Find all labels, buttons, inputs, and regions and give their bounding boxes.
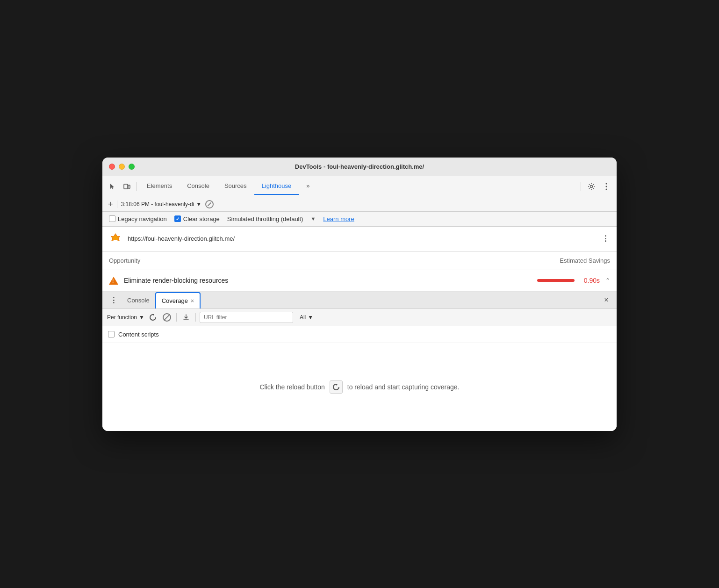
lighthouse-url-text: https://foul-heavenly-direction.glitch.m… xyxy=(128,235,596,242)
tab-elements[interactable]: Elements xyxy=(139,178,180,195)
cursor-icon[interactable] xyxy=(106,180,119,193)
window-title: DevTools - foul-heavenly-direction.glitc… xyxy=(295,163,424,170)
svg-rect-1 xyxy=(128,185,130,188)
toolbar-divider-2 xyxy=(581,182,581,191)
legacy-nav-group: Legacy navigation xyxy=(109,215,167,222)
tab-toolbar: Elements Console Sources Lighthouse » xyxy=(102,176,617,197)
settings-icon[interactable] xyxy=(585,180,598,193)
drawer-tabs: ⋮ Console Coverage × × xyxy=(102,292,617,309)
content-scripts-checkbox[interactable] xyxy=(108,331,115,337)
drawer-tab-console[interactable]: Console xyxy=(122,292,155,308)
clear-coverage-button[interactable] xyxy=(161,312,173,323)
lighthouse-logo-icon xyxy=(109,232,122,245)
all-dropdown-arrow: ▼ xyxy=(308,314,313,321)
coverage-toolbar: Per function ▼ All ▼ xyxy=(102,309,617,326)
no-entry-icon[interactable] xyxy=(205,200,214,208)
content-scripts-label: Content scripts xyxy=(118,331,159,338)
clear-storage-group: Clear storage xyxy=(174,215,220,222)
coverage-content: Content scripts Click the reload button … xyxy=(102,326,617,431)
throttling-label: Simulated throttling (default) xyxy=(227,215,303,222)
time-text: 3:18:06 PM - foul-heavenly-di xyxy=(121,201,194,208)
legacy-nav-label: Legacy navigation xyxy=(118,215,167,222)
clear-storage-checkbox[interactable] xyxy=(174,215,181,222)
drawer-close-button[interactable]: × xyxy=(600,294,613,307)
main-content: Opportunity Estimated Savings Eliminate … xyxy=(102,251,617,292)
coverage-divider-2 xyxy=(195,313,196,322)
opportunity-header-left: Opportunity xyxy=(109,257,140,264)
svg-point-5 xyxy=(606,188,607,190)
drawer: ⋮ Console Coverage × × Per function ▼ xyxy=(102,292,617,431)
drawer-more-icon[interactable]: ⋮ xyxy=(106,296,122,305)
minimize-button[interactable] xyxy=(119,164,125,170)
clear-storage-label: Clear storage xyxy=(183,215,220,222)
more-options-icon[interactable] xyxy=(600,180,613,193)
opportunity-text: Eliminate render-blocking resources xyxy=(124,277,532,284)
no-symbol-icon xyxy=(163,313,171,322)
opportunity-header: Opportunity Estimated Savings xyxy=(102,251,617,270)
maximize-button[interactable] xyxy=(129,164,135,170)
svg-point-2 xyxy=(590,185,593,187)
svg-point-3 xyxy=(606,183,607,184)
device-icon[interactable] xyxy=(120,180,133,193)
per-function-label: Per function xyxy=(107,314,137,321)
per-function-dropdown[interactable]: Per function ▼ xyxy=(107,314,144,321)
address-time: 3:18:06 PM - foul-heavenly-di ▼ xyxy=(121,201,202,208)
svg-rect-0 xyxy=(124,184,128,189)
per-function-arrow: ▼ xyxy=(139,314,144,321)
empty-state-before: Click the reload button xyxy=(259,383,324,391)
lighthouse-options: Legacy navigation Clear storage Simulate… xyxy=(102,212,617,227)
coverage-divider xyxy=(176,313,177,322)
toolbar-divider-1 xyxy=(136,182,137,191)
legacy-nav-checkbox[interactable] xyxy=(109,215,115,222)
address-divider xyxy=(117,201,117,208)
opportunity-header-right: Estimated Savings xyxy=(560,257,610,264)
coverage-tab-close[interactable]: × xyxy=(191,298,194,304)
address-dropdown-arrow[interactable]: ▼ xyxy=(196,201,201,208)
tab-more[interactable]: » xyxy=(299,178,317,195)
traffic-lights xyxy=(109,164,135,170)
devtools-window: DevTools - foul-heavenly-direction.glitc… xyxy=(102,158,617,431)
title-bar: DevTools - foul-heavenly-direction.glitc… xyxy=(102,158,617,176)
content-scripts-row: Content scripts xyxy=(102,326,617,343)
tab-lighthouse[interactable]: Lighthouse xyxy=(254,178,299,195)
download-coverage-button[interactable] xyxy=(180,312,192,323)
empty-state-after: to reload and start capturing coverage. xyxy=(347,383,460,391)
opportunity-row: Eliminate render-blocking resources 0.90… xyxy=(102,270,617,292)
reload-coverage-button[interactable] xyxy=(147,312,158,323)
url-row-more-icon[interactable]: ⋮ xyxy=(602,234,610,243)
svg-point-4 xyxy=(606,186,607,187)
inline-reload-button[interactable] xyxy=(330,380,343,394)
savings-bar xyxy=(537,279,575,282)
tab-sources[interactable]: Sources xyxy=(217,178,254,195)
learn-more-link[interactable]: Learn more xyxy=(323,215,354,222)
empty-state: Click the reload button to reload and st… xyxy=(102,343,617,431)
savings-time: 0.90s xyxy=(584,277,600,284)
throttling-dropdown[interactable]: ▼ xyxy=(310,216,316,222)
main-tab-bar: Elements Console Sources Lighthouse » xyxy=(139,178,578,195)
all-label: All xyxy=(300,314,306,321)
toolbar-right xyxy=(579,180,613,193)
all-dropdown[interactable]: All ▼ xyxy=(296,314,317,321)
add-button[interactable]: + xyxy=(108,200,113,208)
address-bar: + 3:18:06 PM - foul-heavenly-di ▼ xyxy=(102,197,617,212)
tab-console[interactable]: Console xyxy=(180,178,217,195)
warning-icon xyxy=(109,277,118,285)
drawer-tab-coverage[interactable]: Coverage × xyxy=(155,292,201,308)
close-button[interactable] xyxy=(109,164,115,170)
chevron-up-icon[interactable]: ⌃ xyxy=(605,277,610,284)
lighthouse-url-row: https://foul-heavenly-direction.glitch.m… xyxy=(102,227,617,251)
url-filter-input[interactable] xyxy=(200,312,293,323)
